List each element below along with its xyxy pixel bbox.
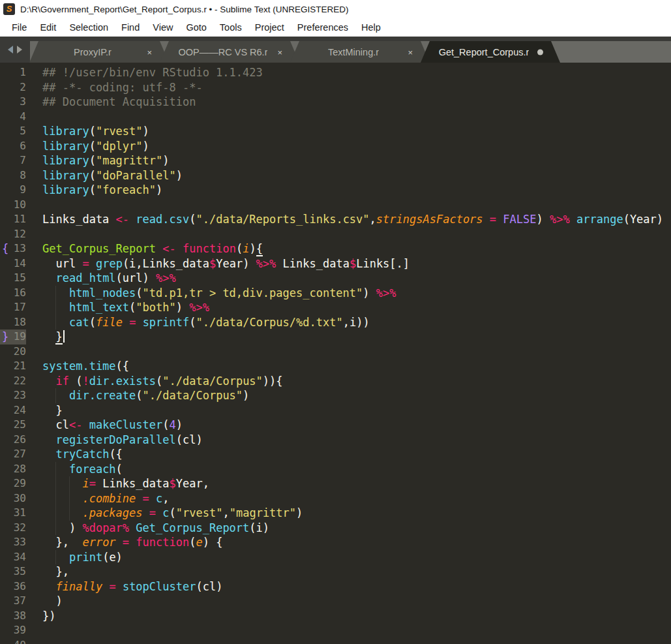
close-icon[interactable]: × <box>277 47 282 57</box>
code-token: Links_data <box>96 477 170 490</box>
code-token: ( <box>189 316 196 329</box>
code-line[interactable]: {13Get_Corpus_Report <- function(i){ <box>0 241 671 256</box>
code-token: "rvest" <box>96 125 143 138</box>
code-line[interactable]: }19 } <box>0 330 671 345</box>
code-line[interactable]: 25 cl<- makeCluster(4) <box>0 418 671 433</box>
code-text: dir.create("./data/Corpus") <box>26 388 671 403</box>
code-line[interactable]: 22 if (!dir.exists("./data/Corpus")){ <box>0 374 671 389</box>
code-line[interactable]: 10 <box>0 198 671 213</box>
code-line[interactable]: 40 <box>0 638 671 644</box>
code-line[interactable]: 11Links_data <- read.csv("./data/Reports… <box>0 212 671 227</box>
line-number: 37 <box>0 594 26 609</box>
code-line[interactable]: 34 print(e) <box>0 550 671 565</box>
line-number: 7 <box>0 153 26 168</box>
code-editor[interactable]: 1## !/user/bin/env RStudio 1.1.4232## -*… <box>0 63 671 644</box>
code-line[interactable]: 12 <box>0 227 671 242</box>
code-line[interactable]: 24 } <box>0 403 671 418</box>
code-token: "magrittr" <box>96 154 162 167</box>
code-line[interactable]: 35 }, <box>0 564 671 579</box>
line-number: 10 <box>0 198 26 213</box>
tab-get-report-corpus-r[interactable]: Get_Report_Corpus.r <box>421 41 560 63</box>
code-line[interactable]: 17 html_text("both") %>% <box>0 300 671 315</box>
code-line[interactable]: 2## -*- coding: utf-8 -*- <box>0 80 671 95</box>
tabbar: ProxyIP.r×OOP——RC VS R6.r×TextMining.r×G… <box>0 37 671 63</box>
code-token: Links_data <box>42 213 116 226</box>
line-number: 28 <box>0 462 26 477</box>
line-number: 6 <box>0 139 26 154</box>
code-line[interactable]: 28 foreach( <box>0 462 671 477</box>
line-number: 11 <box>0 212 26 227</box>
code-line[interactable]: 38}) <box>0 609 671 624</box>
code-line[interactable]: 39 <box>0 623 671 638</box>
code-line[interactable]: 7library("magrittr") <box>0 153 671 168</box>
code-token: (cl) <box>176 433 203 446</box>
menu-edit[interactable]: Edit <box>33 20 63 35</box>
code-token: Year, <box>176 477 209 490</box>
code-token: (cl) <box>196 580 222 593</box>
code-line[interactable]: 5library("rvest") <box>0 124 671 139</box>
code-line[interactable]: 14 url = grep(i,Links_data$Year) %>% Lin… <box>0 256 671 271</box>
code-line[interactable]: 29 i= Links_data$Year, <box>0 476 671 491</box>
code-token: e <box>196 536 203 549</box>
close-icon[interactable]: × <box>408 47 413 57</box>
code-token: ( <box>162 418 169 431</box>
code-line[interactable]: 32 ) %dopar% Get_Corpus_Report(i) <box>0 521 671 536</box>
code-text: .combine = c, <box>26 491 671 506</box>
code-line[interactable]: 20 <box>0 345 671 360</box>
code-line[interactable]: 4 <box>0 110 671 125</box>
code-token: function <box>136 536 189 549</box>
code-line[interactable]: 1## !/user/bin/env RStudio 1.1.423 <box>0 65 671 80</box>
code-line[interactable]: 15 read_html(url) %>% <box>0 271 671 286</box>
code-line[interactable]: 30 .combine = c, <box>0 491 671 506</box>
code-line[interactable]: 26 registerDoParallel(cl) <box>0 433 671 448</box>
code-line[interactable]: 21system.time({ <box>0 359 671 374</box>
code-line[interactable]: 3## Document Acquisition <box>0 95 671 110</box>
code-token: ) <box>42 521 82 534</box>
menu-find[interactable]: Find <box>115 20 146 35</box>
code-line[interactable]: 37 ) <box>0 594 671 609</box>
code-line[interactable]: 6library("dplyr") <box>0 139 671 154</box>
code-line[interactable]: 8library("doParallel") <box>0 168 671 183</box>
menu-tools[interactable]: Tools <box>213 20 248 35</box>
menu-goto[interactable]: Goto <box>179 20 213 35</box>
tab-oop-rc-vs-r6-r[interactable]: OOP——RC VS R6.r× <box>160 41 299 63</box>
modified-dot-icon[interactable] <box>537 47 543 57</box>
code-line[interactable]: 27 tryCatch({ <box>0 447 671 462</box>
code-token <box>123 316 129 329</box>
code-line[interactable]: 16 html_nodes("td.p1,tr > td,div.pages_c… <box>0 286 671 301</box>
menu-help[interactable]: Help <box>355 20 387 35</box>
code-token <box>42 433 55 446</box>
code-token: i <box>243 242 249 255</box>
code-token: Get_Corpus_Report <box>42 242 156 255</box>
menu-view[interactable]: View <box>146 20 179 35</box>
tab-proxyip-r[interactable]: ProxyIP.r× <box>29 41 169 63</box>
menu-file[interactable]: File <box>5 20 33 35</box>
code-line[interactable]: 18 cat(file = sprintf("./data/Corpus/%d.… <box>0 315 671 330</box>
tab-nav-left-icon[interactable] <box>8 46 13 54</box>
code-line[interactable]: 33 }, error = function(e) { <box>0 535 671 550</box>
close-icon[interactable]: × <box>147 47 152 57</box>
code-token <box>42 506 82 519</box>
code-token: ) <box>249 242 256 255</box>
code-token: Get_Corpus_Report <box>136 521 249 534</box>
code-token: ) <box>363 286 376 299</box>
code-token: html_nodes <box>69 286 136 299</box>
code-line[interactable]: 9library("foreach") <box>0 183 671 198</box>
indent-guide <box>55 300 56 315</box>
code-token <box>496 213 503 226</box>
tab-textmining-r[interactable]: TextMining.r× <box>290 41 430 63</box>
menu-preferences[interactable]: Preferences <box>291 20 355 35</box>
code-token <box>42 477 82 490</box>
code-token <box>42 580 55 593</box>
code-token: } <box>55 330 62 345</box>
line-number: 3 <box>0 95 26 110</box>
code-line[interactable]: 31 .packages = c("rvest","magrittr") <box>0 506 671 521</box>
menu-project[interactable]: Project <box>248 20 291 35</box>
code-token: %>% <box>376 286 396 299</box>
tab-nav-right-icon[interactable] <box>17 46 22 54</box>
menu-selection[interactable]: Selection <box>63 20 115 35</box>
code-line[interactable]: 36 finally = stopCluster(cl) <box>0 579 671 594</box>
code-line[interactable]: 23 dir.create("./data/Corpus") <box>0 388 671 403</box>
code-token: ( <box>89 183 96 196</box>
gutter-brace-icon: { <box>2 241 8 256</box>
